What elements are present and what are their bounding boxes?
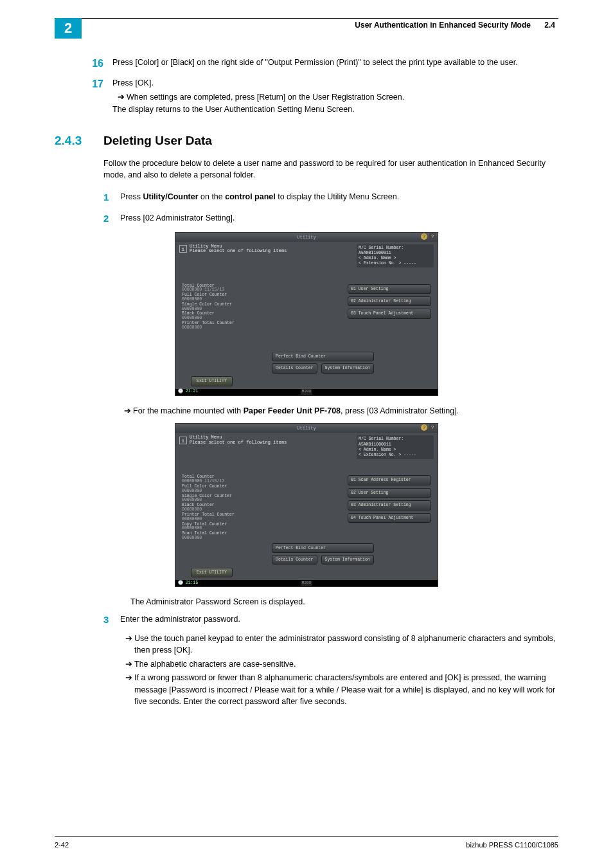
step-subtext: The alphabetic characters are case-sensi… <box>134 658 558 671</box>
arrow-icon: ➔ <box>120 672 134 707</box>
counter-list: Total Counter 00000000 11/15/13 Full Col… <box>182 475 265 541</box>
counter-value: 00000000 <box>182 298 265 302</box>
text-fragment: , press [03 Administrator Setting]. <box>341 406 459 415</box>
procedure-step-3: 3 Enter the administrator password. <box>103 612 558 627</box>
clock-icon: 🕐 21:21 <box>178 388 198 394</box>
arrow-icon: ➔ <box>119 405 133 417</box>
step-subtext: When settings are completed, press [Retu… <box>127 91 558 104</box>
footer-rule <box>55 836 558 837</box>
bold-text: Paper Feeder Unit PF-708 <box>244 406 341 415</box>
serial-number: M/C Serial Number: A5AN011000011 <box>359 246 432 256</box>
menu-header: i Utility Menu Please select one of foll… <box>179 244 287 254</box>
step-3-subs: ➔ Use the touch panel keypad to enter th… <box>120 633 558 707</box>
section-intro: Follow the procedure below to delete a u… <box>103 158 558 181</box>
step-text: Press [Color] or [Black] on the right si… <box>112 55 558 71</box>
extension-no: < Extension No. > ----- <box>359 453 432 458</box>
serial-number: M/C Serial Number: A5AN011000011 <box>359 437 432 447</box>
extension-no: < Extension No. > ----- <box>359 261 432 266</box>
procedure-step-2: 2 Press [02 Administrator Setting]. <box>103 211 558 226</box>
step-subtext: The display returns to the User Authenti… <box>112 104 558 115</box>
arrow-icon: ➔ <box>120 658 134 671</box>
counter-value: 00000000 11/15/13 <box>182 480 265 484</box>
screenshot-footer: 🕐 21:15 M200 <box>175 580 438 586</box>
admin-name: < Admin. Name > <box>359 448 432 453</box>
utility-menu-screenshot-1: Utility ? ? i Utility Menu Please select… <box>175 232 438 396</box>
menu-header: i Utility Menu Please select one of foll… <box>179 435 287 445</box>
step-17: 17 Press [OK]. ➔ When settings are compl… <box>55 76 558 115</box>
bottom-buttons: Perfect Bind Counter Details Counter Sys… <box>272 352 374 374</box>
menu-buttons: 01 User Setting 02 Administrator Setting… <box>348 284 431 321</box>
counter-value: 00000000 <box>182 489 265 494</box>
menu-button-touch-panel[interactable]: 04 Touch Panel Adjustment <box>348 513 431 523</box>
step-16: 16 Press [Color] or [Black] on the right… <box>55 55 558 71</box>
close-icon[interactable]: ? <box>429 424 436 431</box>
menu-button-scan-address[interactable]: 01 Scan Address Register <box>348 475 431 485</box>
text-fragment: Press <box>120 192 143 201</box>
details-counter-button[interactable]: Details Counter <box>272 555 317 565</box>
clock-icon: 🕐 21:15 <box>178 580 198 586</box>
step-number: 3 <box>103 612 120 627</box>
header-section-ref: 2.4 <box>544 21 555 30</box>
chapter-tab: 2 <box>55 18 82 39</box>
bold-text: Utility/Counter <box>143 192 198 201</box>
counter-value: 00000000 <box>182 316 265 321</box>
system-info-button[interactable]: System Information <box>321 363 374 373</box>
menu-button-admin-setting[interactable]: 03 Administrator Setting <box>348 500 431 510</box>
menu-subtitle: Please select one of following items <box>190 249 287 254</box>
section-heading: 2.4.3 Deleting User Data <box>55 132 558 150</box>
menu-button-user-setting[interactable]: 02 User Setting <box>348 488 431 498</box>
menu-button-admin-setting[interactable]: 02 Administrator Setting <box>348 296 431 306</box>
counter-value: 00000000 <box>182 527 265 531</box>
memory-indicator: M200 <box>301 389 312 395</box>
step-text: Press [OK]. <box>112 77 558 89</box>
counter-value: 00000000 <box>182 536 265 541</box>
perfect-bind-button[interactable]: Perfect Bind Counter <box>272 352 374 361</box>
screenshot-footer: 🕐 21:21 M200 <box>175 389 438 395</box>
counter-value: 00000000 <box>182 518 265 522</box>
utility-menu-screenshot-2: Utility ? ? i Utility Menu Please select… <box>175 423 438 587</box>
system-info-button[interactable]: System Information <box>321 555 374 565</box>
menu-button-user-setting[interactable]: 01 User Setting <box>348 284 431 294</box>
counter-list: Total Counter 00000000 11/15/13 Full Col… <box>182 284 265 331</box>
admin-name: < Admin. Name > <box>359 256 432 261</box>
step-number: 16 <box>55 55 112 71</box>
exit-button[interactable]: Exit UTILITY <box>191 568 233 577</box>
bottom-buttons: Perfect Bind Counter Details Counter Sys… <box>272 543 374 565</box>
section-title: Deleting User Data <box>103 132 212 150</box>
procedure-step-1: 1 Press Utility/Counter on the control p… <box>103 190 558 204</box>
menu-button-touch-panel[interactable]: 03 Touch Panel Adjustment <box>348 309 431 318</box>
time-value: 21:15 <box>186 581 199 585</box>
serial-info: M/C Serial Number: A5AN011000011 < Admin… <box>357 435 434 459</box>
step-number: 2 <box>103 211 120 226</box>
step-subtext: Use the touch panel keypad to enter the … <box>134 633 558 656</box>
step-number: 1 <box>103 190 120 204</box>
text-fragment: to display the Utility Menu Screen. <box>276 192 399 201</box>
time-value: 21:21 <box>186 389 199 393</box>
screenshot-title: Utility <box>297 425 315 431</box>
close-icon[interactable]: ? <box>429 233 436 240</box>
screenshot-title: Utility <box>297 234 315 240</box>
header-title: User Authentication in Enhanced Security… <box>355 21 531 30</box>
product-name: bizhub PRESS C1100/C1085 <box>466 841 558 849</box>
step-text: Enter the administrator password. <box>120 612 558 627</box>
exit-button[interactable]: Exit UTILITY <box>191 376 233 386</box>
step-number: 17 <box>55 76 112 115</box>
bold-text: control panel <box>225 192 275 201</box>
text-fragment: on the <box>199 192 226 201</box>
counter-value: 00000000 <box>182 508 265 512</box>
step-text: Press [02 Administrator Setting]. <box>120 211 558 226</box>
perfect-bind-button[interactable]: Perfect Bind Counter <box>272 543 374 553</box>
info-icon: i <box>179 245 187 253</box>
text-fragment: For the machine mounted with <box>133 406 244 415</box>
header-rule <box>55 18 558 19</box>
counter-value: 00000000 11/15/13 <box>182 288 265 293</box>
counter-value: 00000000 <box>182 498 265 503</box>
arrow-icon: ➔ <box>120 633 134 656</box>
memory-indicator: M200 <box>301 581 312 586</box>
step-subtext: If a wrong password or fewer than 8 alph… <box>134 672 558 707</box>
help-icon[interactable]: ? <box>421 233 427 240</box>
page-number: 2-42 <box>55 841 69 849</box>
info-icon: i <box>179 437 187 444</box>
admin-pw-displayed: The Administrator Password Screen is dis… <box>130 596 558 608</box>
details-counter-button[interactable]: Details Counter <box>272 363 317 373</box>
